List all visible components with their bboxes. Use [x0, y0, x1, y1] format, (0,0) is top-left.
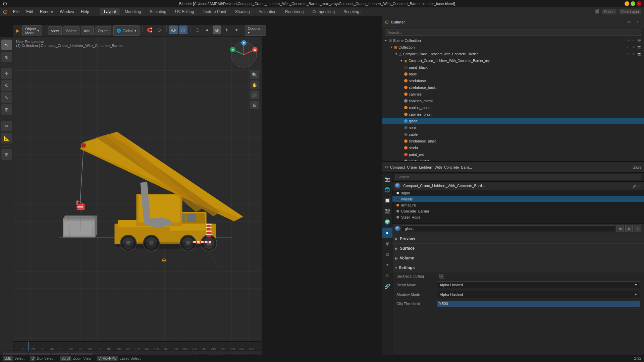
overlay-icon[interactable]: 👁️ [169, 25, 177, 34]
mat-cabines[interactable]: cabines [382, 91, 644, 98]
options-btn[interactable]: Options ▾ [245, 25, 266, 36]
mat-name-input[interactable] [402, 225, 615, 232]
cursor-tool-btn[interactable]: ⊕ [1, 52, 12, 62]
mat-cabines-plast[interactable]: cabines_plast [382, 111, 644, 118]
select-tool-btn[interactable]: ↖ [1, 40, 12, 50]
shading-options-icon[interactable]: ▾ [232, 25, 240, 34]
minimize-btn[interactable]: − [625, 1, 629, 6]
rotate-tool-btn[interactable]: ↻ [1, 80, 12, 91]
prop-main-content[interactable]: Compact_Crane_Liebherr_With_Concrete_Bar… [392, 173, 644, 355]
collection-item[interactable]: ▾ ⊞ Collection ✓ 👁 📷 [382, 44, 644, 51]
rendered-shading-icon[interactable]: ☀ [222, 25, 231, 34]
solid-shading-icon[interactable]: ● [203, 25, 211, 34]
scale-tool-btn[interactable]: ⤡ [1, 92, 12, 103]
main-viewport[interactable]: User Perspective (1) Collection | Compac… [13, 37, 262, 351]
viewport-select-btn[interactable]: Select [63, 26, 79, 35]
outliner-filter-icon[interactable]: ⚙ [625, 18, 633, 26]
clip-threshold-slider[interactable]: 0.500 [437, 301, 640, 307]
mat-strelabase-plast[interactable]: strelabase_plast [382, 138, 644, 144]
add-workspace-btn[interactable]: + [364, 8, 372, 15]
vis-select-icon[interactable]: ↖ [631, 38, 636, 43]
prop-modifier-icon[interactable]: ⧉ [382, 249, 392, 259]
tab-animation[interactable]: Animation [255, 8, 280, 15]
outliner-search-input[interactable] [385, 29, 641, 36]
mat-list[interactable]: signs wheels armature Concrete_Barrier [392, 190, 644, 224]
settings-section-header[interactable]: ▾ Settings [392, 263, 644, 273]
mat-cabins-table[interactable]: cabins_table [382, 104, 644, 111]
tab-modeling[interactable]: Modeling [121, 8, 145, 15]
mat-search-input[interactable] [395, 174, 641, 180]
surface-section-header[interactable]: ▶ Surface [392, 244, 644, 253]
tab-texture-paint[interactable]: Texture Paint [199, 8, 230, 15]
prop-physics-icon[interactable]: ⚛ [382, 270, 392, 281]
mat-strelabase-back[interactable]: strelabase_back [382, 84, 644, 91]
maximize-btn[interactable]: □ [631, 1, 635, 6]
move-tool-btn[interactable]: ✛ [1, 68, 12, 79]
col-cam-icon[interactable]: 📷 [637, 45, 641, 50]
outliner-tree[interactable]: ▾ ⊞ Scene Collection 👁 ↖ 📷 ▾ ⊞ Collectio… [382, 37, 644, 161]
mat-paint-red[interactable]: paint_red [382, 151, 644, 158]
preview-section-header[interactable]: ▶ Preview [392, 234, 644, 243]
mat-strela-metal[interactable]: strela_metal [382, 158, 644, 161]
prop-world-icon[interactable]: 🌍 [382, 217, 392, 227]
mat-base[interactable]: base [382, 71, 644, 77]
transform-tool-btn[interactable]: ⊞ [1, 104, 12, 115]
mat-list-signs[interactable]: signs [392, 190, 644, 196]
prop-view-layer-icon[interactable]: 🔲 [382, 195, 392, 205]
crane-mesh-item[interactable]: ▾ ▣ Compact_Crane_Liebherr_With_Concrete… [382, 57, 644, 64]
crane-object-item[interactable]: ▾ △ Compact_Crane_Liebherr_With_Concrete… [382, 51, 644, 57]
mat-list-armature[interactable]: armature [392, 202, 644, 208]
outliner-new-col-icon[interactable]: + [634, 18, 641, 26]
tab-uv-editing[interactable]: UV Editing [171, 8, 198, 15]
mat-cabines-metal[interactable]: cabines_metal [382, 98, 644, 104]
mat-strela[interactable]: strela [382, 144, 644, 151]
prop-particles-icon[interactable]: ✦ [382, 260, 392, 270]
snap-icon[interactable]: 🧲 [145, 25, 154, 34]
menu-help[interactable]: Help [78, 9, 92, 15]
menu-file[interactable]: File [10, 9, 22, 15]
material-shading-icon[interactable]: ◕ [213, 25, 221, 34]
copy-mat-btn[interactable]: ⧉ [625, 225, 633, 232]
tab-scripting[interactable]: Scripting [339, 8, 363, 15]
menu-window[interactable]: Window [57, 9, 77, 15]
volume-section-header[interactable]: ▶ Volume [392, 253, 644, 263]
frame-bar[interactable]: 10 20 30 40 50 60 70 80 90 100 110 120 1… [13, 341, 262, 351]
scene-collection-item[interactable]: ▾ ⊞ Scene Collection 👁 ↖ 📷 [382, 37, 644, 44]
mat-seat[interactable]: seat [382, 124, 644, 131]
menu-render[interactable]: Render [37, 9, 56, 15]
mat-glass[interactable]: glass [382, 118, 644, 124]
menu-edit[interactable]: Edit [23, 9, 36, 15]
viewport-object-btn[interactable]: Object [95, 26, 112, 35]
wireframe-shading-icon[interactable]: ⬡ [193, 25, 202, 34]
mat-list-steel-rope[interactable]: Steel_Rope [392, 214, 644, 220]
mat-paint-black[interactable]: paint_black [382, 64, 644, 71]
prop-render-icon[interactable]: 📷 [382, 174, 392, 184]
transform-dropdown[interactable]: 🌐 Global ▾ [113, 25, 140, 36]
del-mat-btn[interactable]: ✕ [634, 225, 641, 232]
prop-output-icon[interactable]: 🌐 [382, 185, 392, 195]
viewport-view-btn[interactable]: View [48, 26, 62, 35]
col-vis-icon[interactable]: ✓ [626, 45, 631, 50]
viewport-add-btn[interactable]: Add [81, 26, 94, 35]
annotate-tool-btn[interactable]: ✏ [1, 121, 12, 131]
tab-shading[interactable]: Shading [231, 8, 254, 15]
backface-culling-checkbox[interactable]: ✓ [439, 274, 444, 279]
vis-render-icon[interactable]: 📷 [637, 38, 641, 43]
engine-selector[interactable]: Scene [602, 9, 616, 14]
measure-tool-btn[interactable]: 📐 [1, 133, 12, 143]
mat-list-concrete[interactable]: Concrete_Barrier [392, 208, 644, 214]
mat-strelabase[interactable]: strelabase [382, 77, 644, 84]
tab-layout[interactable]: Layout [100, 8, 120, 15]
prop-material-icon[interactable]: ● [382, 228, 392, 238]
xray-icon[interactable]: ◫ [179, 25, 187, 34]
close-btn[interactable]: × [637, 1, 641, 6]
blend-mode-dropdown[interactable]: Alpha Hashed ▾ [437, 281, 640, 288]
new-mat-btn[interactable]: ⊕ [616, 225, 624, 232]
tab-compositing[interactable]: Compositing [308, 8, 339, 15]
tab-rendering[interactable]: Rendering [281, 8, 308, 15]
prop-constraints-icon[interactable]: 🔗 [382, 281, 392, 291]
col-eye-icon[interactable]: 👁 [631, 45, 636, 50]
tab-sculpting[interactable]: Sculpting [146, 8, 170, 15]
vis-eye-icon[interactable]: 👁 [626, 38, 631, 43]
proportional-edit-icon[interactable]: ⊙ [155, 25, 163, 34]
